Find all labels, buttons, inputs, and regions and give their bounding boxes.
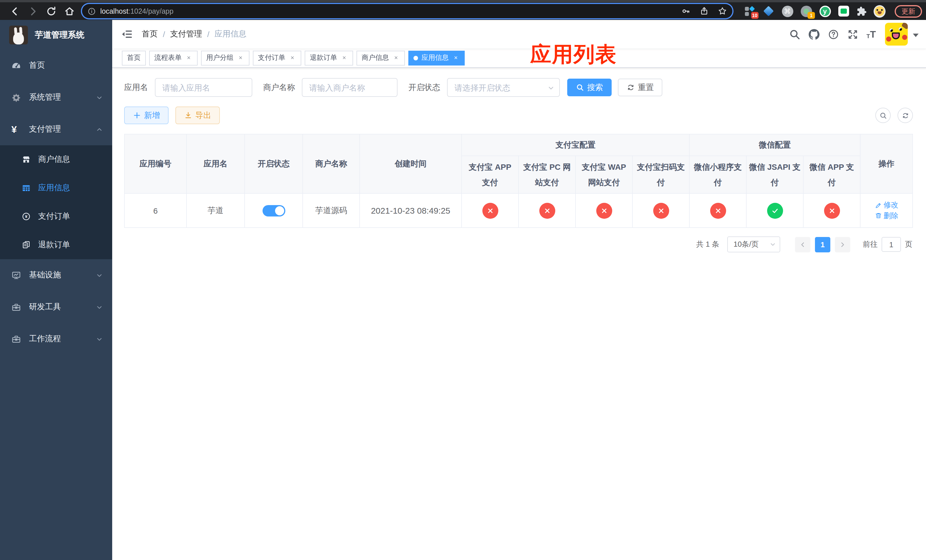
col-app-name: 应用名 — [186, 134, 245, 194]
sidebar-item-label: 系统管理 — [29, 92, 61, 103]
wechat-jsapi-status — [767, 203, 783, 218]
extension-chat-icon[interactable] — [838, 5, 850, 17]
delete-link[interactable]: 删除 — [875, 210, 899, 221]
sidebar-item-system[interactable]: 系统管理 — [0, 82, 112, 114]
breadcrumb-payment[interactable]: 支付管理 — [170, 29, 202, 39]
bookmark-star-icon[interactable] — [718, 7, 727, 15]
close-icon[interactable]: × — [237, 54, 244, 62]
close-icon[interactable]: × — [185, 54, 192, 62]
sidebar-item-refund-order[interactable]: 退款订单 — [0, 231, 112, 259]
sidebar-item-payment[interactable]: ¥ 支付管理 — [0, 114, 112, 145]
toolbox-icon — [11, 302, 21, 312]
add-button[interactable]: 新增 — [124, 106, 169, 124]
alipay-wap-status — [596, 203, 612, 218]
payment-submenu: 商户信息 应用信息 ¥ 支付订单 退款订单 — [0, 145, 112, 259]
extension-y-icon[interactable]: y — [819, 5, 831, 17]
status-select-input[interactable] — [447, 78, 560, 97]
sidebar-item-infrastructure[interactable]: 基础设施 — [0, 259, 112, 291]
col-merchant: 商户名称 — [303, 134, 360, 194]
user-avatar[interactable] — [885, 23, 908, 45]
extensions-puzzle-icon[interactable] — [856, 6, 867, 16]
app-table: 应用编号 应用名 开启状态 商户名称 创建时间 支付宝配置 微信配置 操作 支付… — [124, 134, 913, 228]
browser-chrome: localhost:1024/pay/app 10 ⌘ 1 y — [0, 0, 926, 20]
tab-pay-order[interactable]: 支付订单× — [253, 50, 301, 65]
prev-page-button[interactable] — [795, 237, 810, 252]
current-page-button[interactable]: 1 — [815, 237, 830, 252]
browser-update-button[interactable]: 更新 — [895, 5, 922, 17]
browser-reload-icon[interactable] — [46, 6, 56, 16]
edit-link[interactable]: 修改 — [875, 200, 899, 210]
tab-refund-order[interactable]: 退款订单× — [305, 50, 353, 65]
sidebar-item-dev-tools[interactable]: 研发工具 — [0, 291, 112, 323]
reset-button[interactable]: 重置 — [618, 79, 662, 96]
col-alipay-pc: 支付宝 PC 网站支付 — [519, 156, 575, 194]
app-logo[interactable]: 芋道管理系统 — [0, 20, 112, 50]
chevron-down-icon — [96, 335, 103, 343]
address-bar[interactable]: localhost:1024/pay/app — [82, 4, 732, 18]
export-button[interactable]: 导出 — [176, 106, 220, 124]
yen-circle-icon: ¥ — [22, 212, 31, 221]
extension-gem-icon[interactable] — [763, 5, 775, 17]
app-main: 应用名 商户名称 开启状态 搜索 重置 新增 导出 — [112, 68, 926, 560]
sidebar-item-home[interactable]: 首页 — [0, 50, 112, 82]
header-search-icon[interactable] — [789, 29, 800, 39]
extension-proxy-icon[interactable]: 1 — [800, 5, 812, 17]
browser-profile-avatar[interactable] — [874, 5, 885, 17]
goto-page-input[interactable] — [882, 237, 901, 252]
url-text[interactable]: localhost:1024/pay/app — [100, 7, 672, 15]
alipay-pc-status — [539, 203, 555, 218]
close-icon[interactable]: × — [452, 54, 460, 62]
browser-back-icon[interactable] — [10, 6, 20, 16]
chevron-down-icon — [96, 303, 103, 311]
col-wechat-app: 微信 APP 支付 — [803, 156, 860, 194]
merchant-name-input[interactable] — [302, 78, 398, 97]
extension-grid-icon[interactable]: 10 — [744, 5, 756, 17]
tab-home[interactable]: 首页 — [122, 50, 146, 65]
sidebar-item-app-info[interactable]: 应用信息 — [0, 174, 112, 202]
table-row: 6 芋道 芋道源码 2021-10-23 08:49:25 — [124, 194, 912, 228]
close-icon[interactable]: × — [340, 54, 348, 62]
status-select[interactable] — [447, 78, 560, 97]
refresh-button[interactable] — [897, 107, 913, 123]
search-button[interactable]: 搜索 — [567, 79, 612, 96]
avatar-caret-icon[interactable] — [913, 29, 918, 39]
sidebar-toggle-icon[interactable] — [121, 29, 133, 40]
sidebar-item-label: 应用信息 — [38, 183, 70, 193]
close-icon[interactable]: × — [392, 54, 400, 62]
status-toggle[interactable] — [262, 205, 285, 216]
tab-process-form[interactable]: 流程表单× — [149, 50, 198, 65]
svg-text:¥: ¥ — [25, 214, 27, 219]
fullscreen-icon[interactable] — [847, 29, 858, 39]
browser-forward-icon[interactable] — [28, 6, 38, 16]
sidebar-item-label: 基础设施 — [29, 270, 61, 280]
share-icon[interactable] — [700, 7, 708, 15]
col-wechat-lite: 微信小程序支付 — [689, 156, 746, 194]
sidebar-item-label: 工作流程 — [29, 334, 61, 344]
tab-merchant-info[interactable]: 商户信息× — [357, 50, 405, 65]
tab-app-info[interactable]: 应用信息× — [409, 50, 465, 65]
breadcrumb-home[interactable]: 首页 — [142, 29, 158, 39]
toggle-search-button[interactable] — [875, 107, 891, 123]
col-alipay-wap: 支付宝 WAP 网站支付 — [575, 156, 632, 194]
chevron-down-icon — [769, 241, 776, 248]
sidebar-item-label: 首页 — [29, 61, 45, 71]
help-icon[interactable] — [828, 29, 838, 39]
tags-view-bar: 首页 流程表单× 用户分组× 支付订单× 退款订单× 商户信息× 应用信息× — [112, 48, 926, 68]
sidebar-item-merchant-info[interactable]: 商户信息 — [0, 145, 112, 174]
font-size-icon[interactable]: TT — [867, 29, 876, 39]
sidebar-item-workflow[interactable]: 工作流程 — [0, 323, 112, 355]
github-icon[interactable] — [808, 29, 819, 39]
close-icon[interactable]: × — [289, 54, 296, 62]
password-key-icon[interactable] — [682, 7, 690, 15]
app-name-input[interactable] — [155, 78, 252, 97]
merchant-name-label: 商户名称 — [263, 82, 295, 92]
navbar: 首页 / 支付管理 / 应用信息 TT — [112, 20, 926, 48]
extension-command-icon[interactable]: ⌘ — [781, 5, 793, 17]
sidebar-item-label: 研发工具 — [29, 302, 61, 312]
browser-home-icon[interactable] — [64, 6, 75, 16]
site-info-icon[interactable] — [88, 7, 96, 15]
next-page-button[interactable] — [835, 237, 850, 252]
tab-user-group[interactable]: 用户分组× — [201, 50, 250, 65]
sidebar-item-pay-order[interactable]: ¥ 支付订单 — [0, 202, 112, 231]
page-size-select[interactable] — [727, 236, 780, 252]
